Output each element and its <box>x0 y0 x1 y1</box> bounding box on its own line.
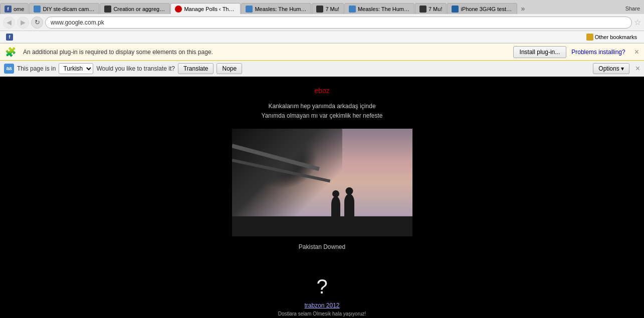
install-plugin-button[interactable]: Install plug-in... <box>513 46 567 58</box>
tab-measles2[interactable]: Measles: The Huma... <box>344 3 414 14</box>
puzzle-icon: 🧩 <box>5 47 16 58</box>
bookmark-home[interactable]: f <box>3 33 16 42</box>
refresh-button[interactable]: ↻ <box>31 17 43 29</box>
tab-favicon-7mu2 <box>419 6 426 13</box>
options-arrow-icon: ▾ <box>621 65 624 72</box>
bookmark-star-icon[interactable]: ☆ <box>634 18 641 27</box>
page-content: eboz Kankalarım hep yanımda arkadaş için… <box>0 77 644 318</box>
tab-favicon-home: f <box>5 6 12 13</box>
tab-favicon-7mu1 <box>316 6 323 13</box>
address-bar[interactable]: www.google.com.pk <box>45 17 632 29</box>
translate-logo-icon: aa <box>4 64 14 74</box>
plugin-message: An additional plug-in is required to dis… <box>23 49 508 56</box>
tab-polls[interactable]: Manage Polls ‹ The... <box>170 3 241 14</box>
tab-7mu1[interactable]: 7 Mu! <box>312 3 344 14</box>
tab-7mu2[interactable]: 7 Mu! <box>415 3 447 14</box>
other-bookmarks-favicon <box>586 34 593 41</box>
tab-favicon-diy <box>34 6 41 13</box>
tab-creation[interactable]: Creation or aggrega... <box>100 3 170 14</box>
main-image <box>232 129 412 236</box>
poem-line1: Kankalarım hep yanımda arkadaş içinde <box>262 102 383 111</box>
tab-favicon-measles2 <box>349 6 356 13</box>
translate-bar-close-button[interactable]: × <box>635 64 640 73</box>
tab-bar: f ome DIY ste·dicam came... Creation or … <box>0 0 644 14</box>
tab-favicon-iphone <box>452 6 459 13</box>
share-button[interactable]: Share <box>621 3 644 14</box>
translate-question-text: Would you like to translate it? <box>96 65 175 72</box>
url-display: www.google.com.pk <box>51 19 104 26</box>
translate-prefix-text: This page is in <box>17 65 56 72</box>
bookmarks-bar: f Other bookmarks <box>0 31 644 43</box>
site-name: eboz <box>314 87 329 95</box>
dock-silhouette <box>232 216 412 236</box>
tab-favicon-creation <box>104 6 111 13</box>
nav-right-controls: ☆ <box>634 18 641 27</box>
tab-iphone[interactable]: iPhone 3G/4G tester ... <box>447 3 517 14</box>
tab-measles1[interactable]: Measles: The Huma... <box>241 3 311 14</box>
bookmark-home-favicon: f <box>6 34 13 41</box>
tab-favicon-polls <box>175 6 182 13</box>
other-bookmarks-button[interactable]: Other bookmarks <box>582 33 641 42</box>
bottom-section: ? trabzon 2012 Dostlara selam Olmesik ha… <box>278 275 366 318</box>
navigation-bar: ◀ ▶ ↻ www.google.com.pk ☆ <box>0 14 644 31</box>
poem-text: Kankalarım hep yanımda arkadaş içinde Ya… <box>262 102 383 121</box>
poem-line2: Yanımda olmayan mı var çekimlik her nefe… <box>262 111 383 121</box>
translate-button[interactable]: Translate <box>178 63 214 74</box>
tab-diy[interactable]: DIY ste·dicam came... <box>29 3 99 14</box>
translate-options-button[interactable]: Options ▾ <box>593 63 629 74</box>
language-selector[interactable]: Turkish <box>59 63 93 74</box>
tab-home[interactable]: f ome <box>0 3 29 14</box>
tab-label-home: ome <box>14 6 24 12</box>
bottom-subtitle-text: Dostlara selam Olmesik hala yaşıyoruz! <box>278 311 366 316</box>
tab-label-diy: DIY ste·dicam came... <box>43 6 95 12</box>
other-bookmarks-label: Other bookmarks <box>595 34 637 40</box>
image-caption: Pakistan Downed <box>299 243 345 250</box>
tab-favicon-measles1 <box>246 6 253 13</box>
question-mark-icon: ? <box>316 275 327 298</box>
tab-label-7mu1: 7 Mu! <box>325 6 339 12</box>
trabzon-link[interactable]: trabzon 2012 <box>304 302 339 309</box>
back-button[interactable]: ◀ <box>3 17 15 29</box>
plugin-banner: 🧩 An additional plug-in is required to d… <box>0 44 644 61</box>
tab-label-polls: Manage Polls ‹ The... <box>184 6 236 12</box>
tab-label-measles1: Measles: The Huma... <box>255 6 307 12</box>
tab-label-iphone: iPhone 3G/4G tester ... <box>461 6 513 12</box>
plugin-banner-close-button[interactable]: × <box>634 48 639 57</box>
options-label: Options <box>598 65 619 72</box>
nope-button[interactable]: Nope <box>217 63 242 74</box>
tab-label-creation: Creation or aggrega... <box>113 6 165 12</box>
forward-button[interactable]: ▶ <box>17 17 29 29</box>
translate-bar: aa This page is in Turkish Would you lik… <box>0 61 644 77</box>
tabs-more-button[interactable]: » <box>518 3 528 14</box>
tab-label-7mu2: 7 Mu! <box>428 6 443 12</box>
problems-installing-link[interactable]: Problems installing? <box>571 49 625 56</box>
tab-label-measles2: Measles: The Huma... <box>358 6 410 12</box>
